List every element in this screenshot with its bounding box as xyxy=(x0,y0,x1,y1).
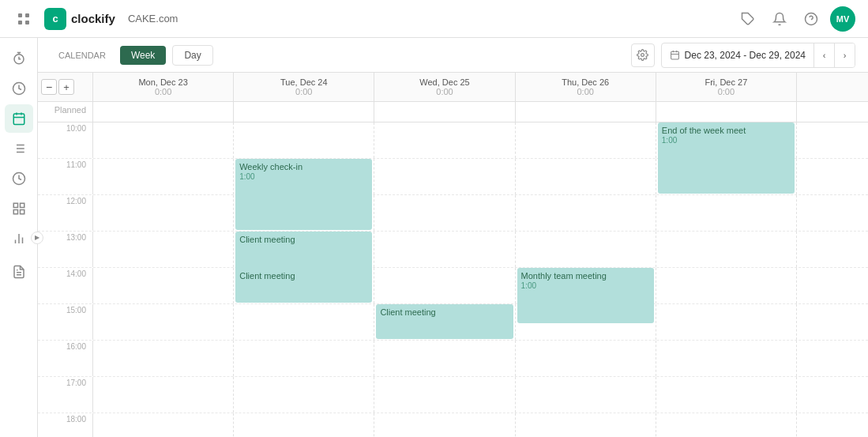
event-monthly-team[interactable]: Monthly team meeting 1:00 xyxy=(517,268,654,323)
time-cell-tue-16[interactable] xyxy=(234,341,374,376)
time-cell-tue-10[interactable] xyxy=(234,122,374,158)
time-cell-mon-17[interactable] xyxy=(93,377,234,413)
col-header-wed: Wed, Dec 25 0:00 xyxy=(374,73,515,101)
time-cell-mon-11[interactable] xyxy=(93,159,234,194)
time-label: 18:00 xyxy=(38,413,93,437)
svg-point-29 xyxy=(641,54,644,57)
time-cell-mon-12[interactable] xyxy=(93,195,234,231)
puzzle-icon[interactable] xyxy=(735,6,761,32)
time-cell-wed-17[interactable] xyxy=(374,377,515,413)
sidebar-item-dashboard[interactable] xyxy=(5,194,33,223)
time-cell-weekend-17[interactable] xyxy=(797,377,868,413)
time-cell-wed-15[interactable]: Client meeting xyxy=(374,304,515,340)
tab-calendar[interactable]: CALENDAR xyxy=(51,47,114,63)
time-cell-mon-14[interactable] xyxy=(93,268,234,303)
time-cell-tue-15[interactable] xyxy=(234,304,374,340)
time-cell-weekend-11[interactable] xyxy=(797,159,868,194)
day-name: Thu, Dec 26 xyxy=(522,77,649,87)
time-cell-tue-18[interactable] xyxy=(234,413,374,437)
zoom-out-btn[interactable]: − xyxy=(41,79,57,95)
time-cell-tue-14[interactable]: Client meeting xyxy=(234,268,374,303)
sidebar-item-tracker[interactable] xyxy=(5,164,33,193)
time-cell-wed-16[interactable] xyxy=(374,341,515,376)
time-cell-tue-17[interactable] xyxy=(234,377,374,413)
time-cell-weekend-10[interactable] xyxy=(797,122,868,158)
event-client-meeting-2[interactable]: Client meeting xyxy=(235,268,372,303)
time-cell-wed-10[interactable] xyxy=(374,122,515,158)
time-cell-mon-18[interactable] xyxy=(93,413,234,437)
time-cell-mon-15[interactable] xyxy=(93,304,234,340)
time-cell-mon-10[interactable] xyxy=(93,122,234,158)
time-label: 16:00 xyxy=(38,341,93,376)
planned-cell-thu[interactable] xyxy=(516,102,656,122)
next-week-btn[interactable]: › xyxy=(834,43,855,67)
time-row-14: 14:00 Client meeting Monthly team meetin… xyxy=(38,268,868,304)
time-cell-weekend-13[interactable] xyxy=(797,232,868,267)
time-cell-wed-12[interactable] xyxy=(374,195,515,231)
sidebar-item-timer[interactable] xyxy=(5,44,33,73)
time-cell-fri-15[interactable] xyxy=(656,304,797,340)
col-header-mon: Mon, Dec 23 0:00 xyxy=(93,73,234,101)
planned-cell-fri[interactable] xyxy=(656,102,797,122)
time-cell-wed-11[interactable] xyxy=(374,159,515,194)
date-range-label: Dec 23, 2024 - Dec 29, 2024 xyxy=(685,50,806,61)
sidebar-item-calendar[interactable] xyxy=(5,104,33,133)
time-cell-wed-13[interactable] xyxy=(374,232,515,267)
planned-cell-tue[interactable] xyxy=(234,102,374,122)
time-cell-fri-14[interactable] xyxy=(656,268,797,303)
apps-grid-icon[interactable] xyxy=(13,8,35,30)
time-cell-fri-13[interactable] xyxy=(656,232,797,267)
time-cell-tue-11[interactable]: Weekly check-in 1:00 xyxy=(234,159,374,194)
time-cell-wed-14[interactable] xyxy=(374,268,515,303)
time-cell-thu-13[interactable] xyxy=(516,232,656,267)
time-cell-wed-18[interactable] xyxy=(374,413,515,437)
time-cell-thu-11[interactable] xyxy=(516,159,656,194)
planned-cell-mon[interactable] xyxy=(93,102,234,122)
event-title: Client meeting xyxy=(239,234,368,245)
time-cell-weekend-16[interactable] xyxy=(797,341,868,376)
time-cell-mon-13[interactable] xyxy=(93,232,234,267)
time-cell-thu-12[interactable] xyxy=(516,195,656,231)
time-cell-weekend-18[interactable] xyxy=(797,413,868,437)
time-cell-thu-18[interactable] xyxy=(516,413,656,437)
time-label: 12:00 xyxy=(38,195,93,231)
time-cell-fri-10[interactable]: End of the week meet 1:00 xyxy=(656,122,797,158)
user-avatar[interactable]: MV xyxy=(830,6,855,32)
bell-icon[interactable] xyxy=(767,6,792,32)
calendar-grid: − + Mon, Dec 23 0:00 Tue, Dec 24 0:00 We… xyxy=(38,73,868,437)
event-weekly-checkin[interactable]: Weekly check-in 1:00 xyxy=(235,159,372,230)
tab-day[interactable]: Day xyxy=(172,45,212,66)
help-icon[interactable] xyxy=(798,6,824,32)
planned-cell-wed[interactable] xyxy=(374,102,515,122)
sidebar-item-timesheet[interactable] xyxy=(5,74,33,103)
time-cell-thu-17[interactable] xyxy=(516,377,656,413)
day-name: Fri, Dec 27 xyxy=(663,77,790,87)
time-cell-fri-18[interactable] xyxy=(656,413,797,437)
time-cell-mon-16[interactable] xyxy=(93,341,234,376)
time-cell-fri-17[interactable] xyxy=(656,377,797,413)
time-cell-thu-14[interactable]: Monthly team meeting 1:00 xyxy=(516,268,656,303)
time-cell-weekend-15[interactable] xyxy=(797,304,868,340)
event-title: Monthly team meeting xyxy=(521,270,650,281)
sidebar-item-invoices[interactable] xyxy=(5,258,33,286)
time-cell-thu-10[interactable] xyxy=(516,122,656,158)
planned-cell-weekend[interactable] xyxy=(797,102,868,122)
time-cell-weekend-14[interactable] xyxy=(797,268,868,303)
event-client-meeting-3[interactable]: Client meeting xyxy=(376,304,513,339)
settings-icon[interactable] xyxy=(631,43,655,67)
zoom-in-btn[interactable]: + xyxy=(58,79,74,95)
sidebar-expand-btn[interactable]: ▶ xyxy=(31,232,43,244)
event-title: Weekly check-in xyxy=(239,161,368,172)
time-cell-thu-16[interactable] xyxy=(516,341,656,376)
sidebar-item-reports[interactable] xyxy=(5,224,33,253)
prev-week-btn[interactable]: ‹ xyxy=(814,43,834,67)
date-nav: Dec 23, 2024 - Dec 29, 2024 ‹ › xyxy=(661,43,855,68)
time-cell-fri-12[interactable] xyxy=(656,195,797,231)
time-cell-tue-13[interactable]: Client meeting xyxy=(234,232,374,267)
tab-week[interactable]: Week xyxy=(120,46,166,65)
day-name: Wed, Dec 25 xyxy=(381,77,508,87)
sidebar-item-projects[interactable] xyxy=(5,134,33,163)
event-end-of-week[interactable]: End of the week meet 1:00 xyxy=(658,122,795,194)
time-cell-weekend-12[interactable] xyxy=(797,195,868,231)
time-cell-fri-16[interactable] xyxy=(656,341,797,376)
